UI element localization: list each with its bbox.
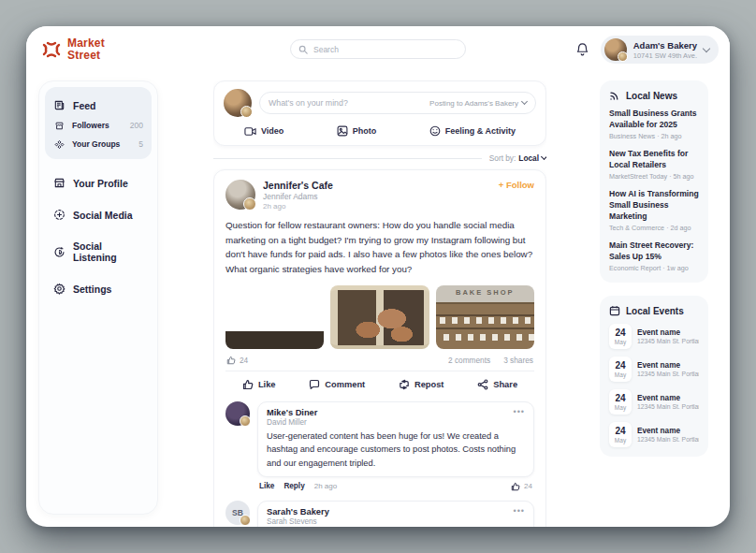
sidebar-item-label: Social Media bbox=[73, 210, 133, 221]
sidebar-item-feed[interactable]: Feed bbox=[53, 95, 143, 116]
photo-icon bbox=[337, 125, 348, 137]
followers-count: 200 bbox=[130, 121, 143, 130]
brand-name: MarketStreet bbox=[67, 37, 105, 61]
sort-by-value: Local bbox=[518, 153, 539, 163]
smiley-icon bbox=[429, 125, 441, 137]
sidebar-item-settings[interactable]: Settings bbox=[45, 274, 152, 303]
comment-reply-button[interactable]: Reply bbox=[284, 482, 304, 490]
posting-to-label: Posting to Adams's Bakery bbox=[429, 99, 518, 108]
comment-like-count[interactable]: 24 bbox=[511, 482, 532, 491]
sidebar-item-your-profile[interactable]: Your Profile bbox=[45, 168, 152, 197]
event-date-badge: 24May bbox=[609, 357, 632, 382]
event-address: 12345 Main St. Portland, OR... bbox=[637, 371, 699, 377]
like-button[interactable]: Like bbox=[242, 379, 276, 390]
like-count-value: 24 bbox=[240, 356, 248, 365]
comment-business-name[interactable]: Sarah's Bakery bbox=[267, 507, 525, 517]
post-author-name: Jennifer Adams bbox=[263, 192, 333, 201]
photo-button-label: Photo bbox=[353, 126, 377, 136]
event-address: 12345 Main St. Portland, OR... bbox=[637, 436, 699, 443]
comment-button[interactable]: Comment bbox=[309, 379, 365, 390]
groups-icon bbox=[54, 139, 65, 150]
event-item[interactable]: 24May Event name 12345 Main St. Portland… bbox=[609, 422, 699, 447]
chevron-down-icon bbox=[521, 98, 528, 105]
news-headline: How AI is Transforming Small Business Ma… bbox=[609, 189, 699, 222]
comment-like-button[interactable]: Like bbox=[259, 482, 274, 490]
event-date-badge: 24May bbox=[609, 389, 632, 415]
comment-author-name: David Miller bbox=[267, 418, 525, 427]
news-source: Economic Report · 1w ago bbox=[609, 264, 699, 272]
comment-text: User-generated content has been huge for… bbox=[267, 429, 525, 470]
post-action-bar: Like Comment bbox=[225, 371, 534, 392]
composer-input[interactable] bbox=[269, 98, 424, 108]
event-item[interactable]: 24May Event name 12345 Main St. Portland… bbox=[609, 389, 699, 415]
event-name: Event name bbox=[637, 328, 699, 337]
more-options-icon[interactable]: ••• bbox=[514, 506, 525, 516]
event-name: Event name bbox=[637, 361, 699, 370]
listening-icon bbox=[53, 246, 65, 258]
video-camera-icon bbox=[244, 126, 256, 137]
comment-avatar[interactable]: SB bbox=[225, 501, 250, 525]
shares-count[interactable]: 3 shares bbox=[503, 356, 533, 365]
rss-icon bbox=[609, 90, 620, 101]
brand-logo[interactable]: MarketStreet bbox=[40, 37, 105, 61]
posting-to-selector[interactable]: Posting to Adams's Bakery bbox=[429, 99, 527, 108]
news-item[interactable]: Main Street Recovery: Sales Up 15% Econo… bbox=[609, 240, 699, 272]
share-button[interactable]: Share bbox=[477, 379, 517, 390]
local-news-title: Local News bbox=[626, 91, 677, 101]
event-item[interactable]: 24May Event name 12345 Main St. Portland… bbox=[609, 357, 699, 382]
like-count[interactable]: 24 bbox=[226, 356, 248, 365]
feeling-activity-button[interactable]: Feeling & Activity bbox=[429, 125, 516, 137]
calendar-icon bbox=[609, 305, 620, 316]
news-item[interactable]: Small Business Grants Available for 2025… bbox=[609, 109, 699, 140]
notifications-bell-icon[interactable] bbox=[575, 42, 589, 57]
like-button-label: Like bbox=[258, 380, 276, 389]
divider bbox=[213, 158, 482, 159]
news-source: MarketStreet Today · 5h ago bbox=[609, 172, 699, 181]
top-bar: MarketStreet Adam's Bakery bbox=[26, 26, 730, 80]
profile-address: 10741 SW 49th Ave. bbox=[633, 51, 697, 60]
comment-business-name[interactable]: Mike's Diner bbox=[267, 408, 525, 417]
comments-count[interactable]: 2 comments bbox=[448, 356, 490, 365]
top-bar-right: Adam's Bakery 10741 SW 49th Ave. bbox=[575, 36, 719, 64]
news-item[interactable]: How AI is Transforming Small Business Ma… bbox=[609, 189, 699, 232]
post-business-name[interactable]: Jennifer's Cafe bbox=[263, 180, 333, 191]
composer-input-pill[interactable]: Posting to Adams's Bakery bbox=[259, 92, 536, 114]
comment-like-count-value: 24 bbox=[524, 482, 532, 490]
profile-avatar bbox=[604, 38, 627, 61]
sidebar-item-followers[interactable]: Followers 200 bbox=[53, 116, 143, 135]
event-item[interactable]: 24May Event name 12345 Main St. Portland… bbox=[609, 324, 699, 349]
more-options-icon[interactable]: ••• bbox=[514, 407, 525, 416]
comment: SB Sarah's Bakery Sarah Stevens Collabor… bbox=[225, 501, 534, 527]
storefront-icon bbox=[53, 177, 65, 189]
comment-timestamp: 2h ago bbox=[314, 482, 337, 490]
sidebar-item-label: Your Groups bbox=[72, 139, 120, 149]
right-rail: Local News Small Business Grants Availab… bbox=[600, 80, 708, 457]
video-button[interactable]: Video bbox=[244, 125, 284, 137]
bake-shop-sign: BAKE SHOP bbox=[436, 288, 534, 297]
news-item[interactable]: New Tax Benefits for Local Retailers Mar… bbox=[609, 149, 699, 181]
follow-button[interactable]: + Follow bbox=[499, 180, 534, 211]
post-photos: BAKE SHOP bbox=[225, 285, 534, 349]
search-box[interactable] bbox=[290, 39, 466, 59]
photo-button[interactable]: Photo bbox=[337, 125, 377, 137]
profile-menu[interactable]: Adam's Bakery 10741 SW 49th Ave. bbox=[601, 36, 719, 64]
post-photo-bread-case[interactable] bbox=[330, 285, 429, 349]
repost-button-label: Repost bbox=[414, 380, 444, 389]
sort-by-dropdown[interactable]: Local bbox=[518, 153, 546, 163]
event-date-badge: 24May bbox=[609, 324, 632, 349]
repost-arrows-icon bbox=[399, 379, 410, 390]
repost-button[interactable]: Repost bbox=[399, 379, 444, 390]
sidebar-item-your-groups[interactable]: Your Groups 5 bbox=[53, 135, 143, 153]
sidebar-item-social-listening[interactable]: Social Listening bbox=[45, 232, 152, 271]
post-author-avatar[interactable] bbox=[225, 180, 255, 210]
sidebar-item-social-media[interactable]: Social Media bbox=[45, 200, 152, 229]
comment-avatar[interactable] bbox=[225, 401, 250, 426]
search-input[interactable] bbox=[313, 45, 458, 54]
composer-avatar bbox=[224, 89, 252, 117]
post-photo-bakery-interior[interactable] bbox=[225, 285, 324, 349]
chevron-down-icon bbox=[703, 44, 710, 51]
post-photo-bake-shop[interactable]: BAKE SHOP bbox=[436, 285, 534, 349]
sidebar-item-label: Your Profile bbox=[73, 178, 128, 189]
comment: Mike's Diner David Miller User-generated… bbox=[225, 401, 534, 491]
comment-meta: Like Reply 2h ago 24 bbox=[259, 482, 532, 491]
